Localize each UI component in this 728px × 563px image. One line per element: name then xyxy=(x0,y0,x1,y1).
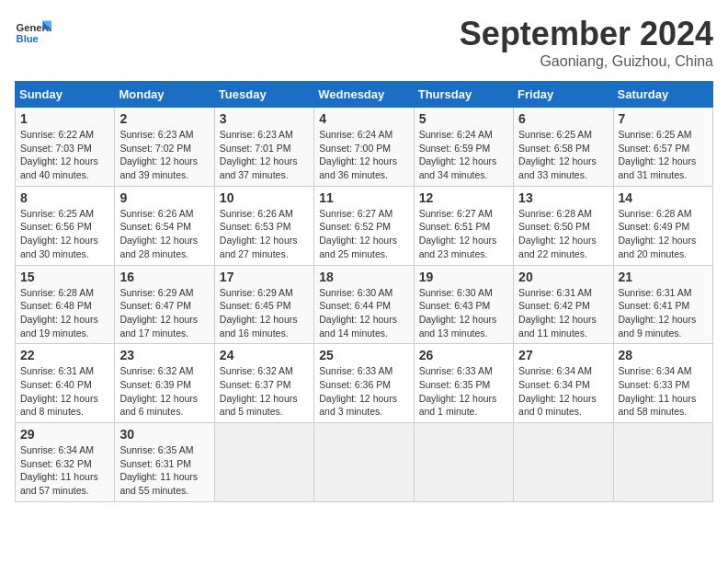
calendar-cell: 3Sunrise: 6:23 AM Sunset: 7:01 PM Daylig… xyxy=(214,108,313,187)
calendar-cell: 19Sunrise: 6:30 AM Sunset: 6:43 PM Dayli… xyxy=(414,265,513,344)
day-number: 21 xyxy=(619,270,708,284)
day-info: Sunrise: 6:22 AM Sunset: 7:03 PM Dayligh… xyxy=(20,128,109,182)
day-info: Sunrise: 6:23 AM Sunset: 7:02 PM Dayligh… xyxy=(119,128,209,182)
day-number: 4 xyxy=(319,111,408,126)
calendar-cell: 23Sunrise: 6:32 AM Sunset: 6:39 PM Dayli… xyxy=(115,344,214,423)
calendar-cell: 8Sunrise: 6:25 AM Sunset: 6:56 PM Daylig… xyxy=(16,186,115,265)
day-number: 16 xyxy=(119,270,209,284)
calendar-cell: 22Sunrise: 6:31 AM Sunset: 6:40 PM Dayli… xyxy=(16,344,115,423)
calendar-cell: 2Sunrise: 6:23 AM Sunset: 7:02 PM Daylig… xyxy=(115,108,214,187)
day-info: Sunrise: 6:25 AM Sunset: 6:58 PM Dayligh… xyxy=(518,128,608,182)
day-info: Sunrise: 6:32 AM Sunset: 6:37 PM Dayligh… xyxy=(220,364,309,419)
calendar-cell: 27Sunrise: 6:34 AM Sunset: 6:34 PM Dayli… xyxy=(514,344,613,423)
calendar-cell: 26Sunrise: 6:33 AM Sunset: 6:35 PM Dayli… xyxy=(414,344,513,423)
day-info: Sunrise: 6:27 AM Sunset: 6:51 PM Dayligh… xyxy=(419,207,508,261)
calendar-cell: 12Sunrise: 6:27 AM Sunset: 6:51 PM Dayli… xyxy=(414,186,513,265)
day-info: Sunrise: 6:24 AM Sunset: 6:59 PM Dayligh… xyxy=(419,128,508,182)
day-info: Sunrise: 6:32 AM Sunset: 6:39 PM Dayligh… xyxy=(119,364,209,419)
day-number: 8 xyxy=(20,190,109,205)
day-number: 17 xyxy=(220,270,309,284)
page-header: General Blue September 2024 Gaoniang, Gu… xyxy=(15,15,713,70)
day-number: 12 xyxy=(419,190,508,205)
title-block: September 2024 Gaoniang, Guizhou, China xyxy=(460,15,713,70)
logo-icon: General Blue xyxy=(15,15,51,52)
day-info: Sunrise: 6:23 AM Sunset: 7:01 PM Dayligh… xyxy=(220,128,309,182)
calendar-cell: 17Sunrise: 6:29 AM Sunset: 6:45 PM Dayli… xyxy=(214,265,313,344)
day-number: 11 xyxy=(319,190,408,205)
day-info: Sunrise: 6:31 AM Sunset: 6:40 PM Dayligh… xyxy=(20,364,109,419)
day-info: Sunrise: 6:33 AM Sunset: 6:35 PM Dayligh… xyxy=(419,364,508,419)
calendar-cell xyxy=(414,423,513,502)
day-info: Sunrise: 6:25 AM Sunset: 6:56 PM Dayligh… xyxy=(20,207,109,261)
calendar-cell: 5Sunrise: 6:24 AM Sunset: 6:59 PM Daylig… xyxy=(414,108,513,187)
day-number: 29 xyxy=(20,427,109,442)
calendar-cell xyxy=(214,423,313,502)
day-number: 28 xyxy=(619,348,708,362)
day-number: 7 xyxy=(619,111,708,126)
day-number: 15 xyxy=(20,270,109,284)
day-number: 27 xyxy=(518,348,608,362)
calendar-week-5: 29Sunrise: 6:34 AM Sunset: 6:32 PM Dayli… xyxy=(16,423,713,502)
location: Gaoniang, Guizhou, China xyxy=(460,53,713,70)
day-number: 30 xyxy=(119,427,209,442)
calendar-cell: 15Sunrise: 6:28 AM Sunset: 6:48 PM Dayli… xyxy=(16,265,115,344)
day-info: Sunrise: 6:34 AM Sunset: 6:32 PM Dayligh… xyxy=(20,443,109,498)
day-number: 3 xyxy=(220,111,309,126)
day-info: Sunrise: 6:28 AM Sunset: 6:49 PM Dayligh… xyxy=(619,207,708,261)
day-number: 1 xyxy=(20,111,109,126)
calendar-cell: 29Sunrise: 6:34 AM Sunset: 6:32 PM Dayli… xyxy=(16,423,115,502)
column-header-sunday: Sunday xyxy=(16,82,115,108)
day-number: 26 xyxy=(419,348,508,362)
day-number: 18 xyxy=(319,270,408,284)
day-number: 23 xyxy=(119,348,209,362)
day-number: 14 xyxy=(619,190,708,205)
day-info: Sunrise: 6:30 AM Sunset: 6:44 PM Dayligh… xyxy=(319,286,408,340)
day-info: Sunrise: 6:31 AM Sunset: 6:41 PM Dayligh… xyxy=(619,286,708,340)
calendar-header-row: SundayMondayTuesdayWednesdayThursdayFrid… xyxy=(16,82,713,108)
day-number: 19 xyxy=(419,270,508,284)
day-number: 25 xyxy=(319,348,408,362)
calendar-table: SundayMondayTuesdayWednesdayThursdayFrid… xyxy=(15,81,713,502)
day-number: 13 xyxy=(518,190,608,205)
calendar-cell xyxy=(613,423,712,502)
day-info: Sunrise: 6:34 AM Sunset: 6:34 PM Dayligh… xyxy=(518,364,608,419)
day-info: Sunrise: 6:25 AM Sunset: 6:57 PM Dayligh… xyxy=(619,128,708,182)
day-number: 10 xyxy=(220,190,309,205)
day-info: Sunrise: 6:34 AM Sunset: 6:33 PM Dayligh… xyxy=(619,364,708,419)
calendar-week-4: 22Sunrise: 6:31 AM Sunset: 6:40 PM Dayli… xyxy=(16,344,713,423)
day-number: 2 xyxy=(119,111,209,126)
calendar-week-3: 15Sunrise: 6:28 AM Sunset: 6:48 PM Dayli… xyxy=(16,265,713,344)
calendar-cell: 14Sunrise: 6:28 AM Sunset: 6:49 PM Dayli… xyxy=(613,186,712,265)
day-info: Sunrise: 6:29 AM Sunset: 6:45 PM Dayligh… xyxy=(220,286,309,340)
day-info: Sunrise: 6:30 AM Sunset: 6:43 PM Dayligh… xyxy=(419,286,508,340)
calendar-cell: 24Sunrise: 6:32 AM Sunset: 6:37 PM Dayli… xyxy=(214,344,313,423)
calendar-cell xyxy=(314,423,414,502)
calendar-cell: 7Sunrise: 6:25 AM Sunset: 6:57 PM Daylig… xyxy=(613,108,712,187)
calendar-cell: 18Sunrise: 6:30 AM Sunset: 6:44 PM Dayli… xyxy=(314,265,414,344)
day-info: Sunrise: 6:24 AM Sunset: 7:00 PM Dayligh… xyxy=(319,128,408,182)
calendar-cell: 16Sunrise: 6:29 AM Sunset: 6:47 PM Dayli… xyxy=(115,265,214,344)
day-number: 9 xyxy=(119,190,209,205)
day-info: Sunrise: 6:28 AM Sunset: 6:48 PM Dayligh… xyxy=(20,286,109,340)
calendar-cell: 6Sunrise: 6:25 AM Sunset: 6:58 PM Daylig… xyxy=(514,108,613,187)
day-number: 5 xyxy=(419,111,508,126)
day-info: Sunrise: 6:27 AM Sunset: 6:52 PM Dayligh… xyxy=(319,207,408,261)
calendar-cell: 9Sunrise: 6:26 AM Sunset: 6:54 PM Daylig… xyxy=(115,186,214,265)
calendar-cell: 13Sunrise: 6:28 AM Sunset: 6:50 PM Dayli… xyxy=(514,186,613,265)
column-header-saturday: Saturday xyxy=(613,82,712,108)
day-info: Sunrise: 6:28 AM Sunset: 6:50 PM Dayligh… xyxy=(518,207,608,261)
calendar-cell: 21Sunrise: 6:31 AM Sunset: 6:41 PM Dayli… xyxy=(613,265,712,344)
day-number: 24 xyxy=(220,348,309,362)
calendar-cell: 20Sunrise: 6:31 AM Sunset: 6:42 PM Dayli… xyxy=(514,265,613,344)
calendar-week-1: 1Sunrise: 6:22 AM Sunset: 7:03 PM Daylig… xyxy=(16,108,713,187)
day-number: 22 xyxy=(20,348,109,362)
calendar-cell: 25Sunrise: 6:33 AM Sunset: 6:36 PM Dayli… xyxy=(314,344,414,423)
day-info: Sunrise: 6:26 AM Sunset: 6:53 PM Dayligh… xyxy=(220,207,309,261)
logo: General Blue xyxy=(15,15,55,52)
day-info: Sunrise: 6:35 AM Sunset: 6:31 PM Dayligh… xyxy=(119,443,209,498)
day-info: Sunrise: 6:29 AM Sunset: 6:47 PM Dayligh… xyxy=(119,286,209,340)
column-header-thursday: Thursday xyxy=(414,82,513,108)
column-header-monday: Monday xyxy=(115,82,214,108)
column-header-friday: Friday xyxy=(514,82,613,108)
calendar-cell: 30Sunrise: 6:35 AM Sunset: 6:31 PM Dayli… xyxy=(115,423,214,502)
